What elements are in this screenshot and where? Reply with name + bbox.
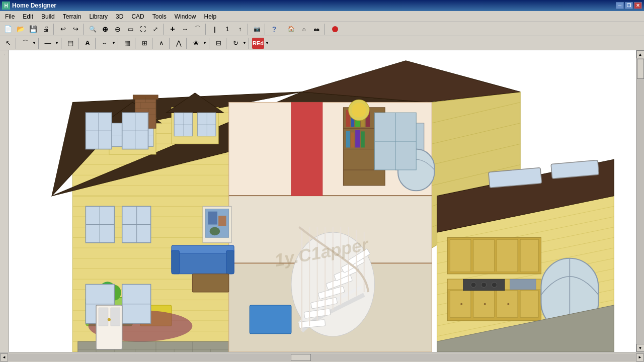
menu-help[interactable]: Help [200, 12, 220, 21]
line-tool[interactable]: — [42, 38, 54, 49]
svg-rect-161 [497, 291, 518, 318]
stairs-tool[interactable]: ⊟ [212, 38, 224, 49]
canvas-area[interactable]: 1y.C1apper [9, 50, 636, 352]
menu-library[interactable]: Library [85, 12, 112, 21]
separator-t2-3 [61, 38, 63, 49]
scroll-track[interactable] [636, 58, 645, 344]
polyline-tool[interactable]: ⌒ [19, 38, 31, 49]
plant-tool[interactable]: ❀ [190, 38, 202, 49]
cursor-tool[interactable]: ↖ [2, 38, 14, 49]
hatch-tool[interactable]: ▤ [64, 38, 76, 49]
zoom-in-button[interactable]: 🔍 [87, 24, 99, 35]
menu-build[interactable]: Build [37, 12, 59, 21]
scroll-thumb[interactable] [637, 59, 644, 79]
print-button[interactable]: 🖨 [40, 24, 52, 35]
save-button[interactable]: 💾 [27, 24, 39, 35]
separator-t2-5 [95, 38, 97, 49]
horizontal-scroll-track[interactable] [8, 353, 636, 361]
separator-t2-6 [118, 38, 120, 49]
separator-2 [83, 24, 85, 35]
rotate-tool[interactable]: ↻ [229, 38, 242, 49]
menu-edit[interactable]: Edit [19, 12, 37, 21]
floor-button[interactable]: ⌂ [298, 24, 310, 35]
svg-point-167 [471, 282, 476, 287]
new-button[interactable]: 📄 [2, 24, 14, 35]
help-button[interactable]: ? [268, 24, 280, 35]
left-panel-indicator: · [2, 54, 7, 55]
horizontal-scroll-thumb[interactable] [291, 354, 311, 361]
roof-tool[interactable]: ∧ [155, 38, 168, 49]
svg-rect-87 [361, 131, 365, 147]
fire-tool[interactable]: REd [252, 38, 264, 49]
scroll-right-button[interactable]: ► [636, 353, 644, 361]
menu-terrain[interactable]: Terrain [59, 12, 86, 21]
main-area: · [0, 50, 644, 352]
restore-button[interactable]: ❐ [625, 2, 633, 9]
scroll-up-button[interactable]: ▲ [636, 50, 645, 58]
fire-dropdown[interactable]: ▼ [265, 38, 270, 49]
move-button[interactable]: ↔ [179, 24, 191, 35]
separator-t2-8 [152, 38, 154, 49]
camera-tour-button[interactable]: 📷 [251, 24, 263, 35]
arc-button[interactable]: ⌒ [192, 24, 204, 35]
close-button[interactable]: ✕ [634, 2, 642, 9]
open-button[interactable]: 📂 [15, 24, 27, 35]
select-area-button[interactable]: ▭ [124, 24, 136, 35]
menu-file[interactable]: File [1, 12, 19, 21]
svg-rect-86 [355, 130, 360, 147]
separator-t2-7 [135, 38, 137, 49]
svg-rect-92 [172, 245, 234, 253]
app-title: Home Designer [12, 2, 616, 9]
red-indicator-button[interactable] [328, 24, 343, 35]
room-tool[interactable]: ⊞ [138, 38, 150, 49]
zoom-in2-button[interactable]: ⊕ [99, 24, 111, 35]
polyline-dropdown[interactable]: ▼ [32, 38, 37, 49]
rotate-dropdown[interactable]: ▼ [242, 38, 247, 49]
menu-3d[interactable]: 3D [112, 12, 127, 21]
redo-button[interactable]: ↪ [69, 24, 82, 35]
svg-rect-185 [218, 216, 226, 226]
minimize-button[interactable]: ─ [616, 2, 624, 9]
svg-rect-85 [351, 132, 354, 147]
menu-tools[interactable]: Tools [148, 12, 171, 21]
plant-dropdown[interactable]: ▼ [202, 38, 207, 49]
status-bar: ◄ ► [0, 352, 644, 362]
terrain-tool[interactable]: ⋀ [173, 38, 185, 49]
svg-point-169 [492, 282, 497, 287]
svg-point-163 [460, 303, 462, 305]
undo-button[interactable]: ↩ [57, 24, 69, 35]
separator-t2-12 [226, 38, 228, 49]
roof-button[interactable]: 🏘 [310, 24, 323, 35]
separator-4 [205, 24, 207, 35]
menu-window[interactable]: Window [171, 12, 200, 21]
line-button[interactable]: | [209, 24, 221, 35]
scroll-left-button[interactable]: ◄ [0, 353, 8, 361]
separator-t2-11 [209, 38, 211, 49]
dimension-dropdown[interactable]: ▼ [111, 38, 116, 49]
fullscreen-button[interactable]: ⤢ [149, 24, 162, 35]
title-bar: H Home Designer ─ ❐ ✕ [0, 0, 644, 11]
dimension-tool[interactable]: ↔ [99, 38, 111, 49]
svg-rect-184 [208, 212, 217, 225]
wall-tool[interactable]: ▦ [121, 38, 133, 49]
toolbar-row-2: ↖ ⌒ ▼ — ▼ ▤ A ↔ ▼ ▦ ⊞ ∧ ⋀ ❀ ▼ ⊟ ↻ ▼ REd … [0, 36, 644, 50]
line-dropdown[interactable]: ▼ [54, 38, 59, 49]
separator-1 [53, 24, 55, 35]
zoom-out-button[interactable]: ⊖ [112, 24, 124, 35]
svg-point-188 [352, 103, 366, 117]
up-arrow-button[interactable]: ↑ [234, 24, 246, 35]
scroll-down-button[interactable]: ▼ [636, 344, 645, 352]
menu-cad[interactable]: CAD [127, 12, 148, 21]
fit-window-button[interactable]: ⛶ [137, 24, 149, 35]
svg-point-164 [484, 303, 486, 305]
svg-rect-173 [473, 240, 494, 272]
svg-rect-104 [250, 305, 291, 334]
add-button[interactable]: + [167, 24, 179, 35]
svg-rect-141 [111, 308, 120, 326]
separator-7 [282, 24, 284, 35]
text-tool[interactable]: A [82, 38, 94, 49]
measure-button[interactable]: 1 [221, 24, 233, 35]
elevation-button[interactable]: 🏠 [285, 24, 297, 35]
left-panel: · [0, 50, 9, 352]
svg-rect-172 [450, 240, 470, 272]
